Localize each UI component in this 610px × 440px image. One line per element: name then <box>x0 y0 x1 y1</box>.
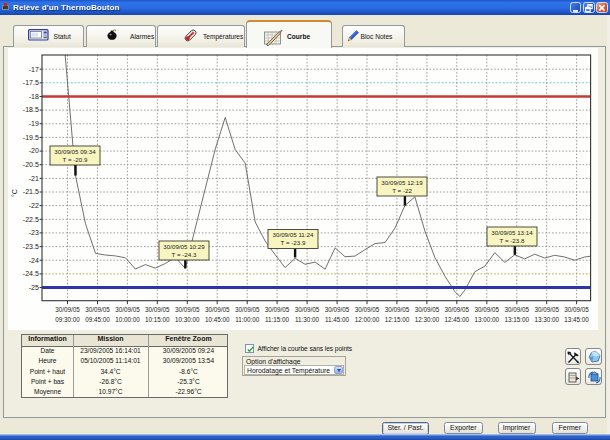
svg-text:10:00:00: 10:00:00 <box>115 316 140 323</box>
svg-text:T = -23.8: T = -23.8 <box>500 237 525 244</box>
svg-text:13:45:00: 13:45:00 <box>564 316 589 323</box>
svg-text:30/09/05: 30/09/05 <box>505 306 530 313</box>
svg-text:30/09/05: 30/09/05 <box>534 306 559 313</box>
svg-text:30/09/05 12:19: 30/09/05 12:19 <box>381 179 423 186</box>
svg-text:T = -24.3: T = -24.3 <box>172 251 197 258</box>
svg-text:30/09/05: 30/09/05 <box>175 306 200 313</box>
svg-text:30/09/05: 30/09/05 <box>295 306 320 313</box>
svg-text:30/09/05: 30/09/05 <box>205 306 230 313</box>
svg-text:-23: -23 <box>29 229 39 236</box>
svg-text:30/09/05: 30/09/05 <box>415 306 440 313</box>
svg-text:30/09/05 09:34: 30/09/05 09:34 <box>54 148 96 155</box>
svg-text:11:15:00: 11:15:00 <box>265 316 290 323</box>
svg-text:-23.5: -23.5 <box>23 243 39 250</box>
svg-text:-19: -19 <box>29 120 39 127</box>
svg-text:30/09/05: 30/09/05 <box>265 306 290 313</box>
svg-text:-17: -17 <box>29 66 39 73</box>
svg-text:T = -20.9: T = -20.9 <box>63 156 88 163</box>
svg-text:T = -23.9: T = -23.9 <box>281 239 306 246</box>
svg-text:-17.5: -17.5 <box>23 79 39 86</box>
svg-text:12:45:00: 12:45:00 <box>445 316 470 323</box>
svg-text:12:00:00: 12:00:00 <box>355 316 380 323</box>
svg-text:-21.5: -21.5 <box>23 188 39 195</box>
svg-text:12:15:00: 12:15:00 <box>385 316 410 323</box>
svg-text:13:15:00: 13:15:00 <box>505 316 530 323</box>
svg-text:30/09/05 13:14: 30/09/05 13:14 <box>491 229 533 236</box>
svg-text:-24.5: -24.5 <box>23 270 39 277</box>
svg-text:-22: -22 <box>29 202 39 209</box>
svg-text:-19.5: -19.5 <box>23 134 39 141</box>
svg-text:-24: -24 <box>29 257 39 264</box>
svg-text:10:45:00: 10:45:00 <box>205 316 230 323</box>
svg-text:°C: °C <box>11 189 18 197</box>
svg-text:30/09/05 11:24: 30/09/05 11:24 <box>273 231 314 238</box>
svg-text:-18.5: -18.5 <box>23 106 39 113</box>
svg-text:-22.5: -22.5 <box>23 216 39 223</box>
svg-text:T = -22: T = -22 <box>392 187 412 194</box>
svg-text:30/09/05: 30/09/05 <box>145 306 170 313</box>
svg-text:30/09/05: 30/09/05 <box>355 306 380 313</box>
svg-text:30/09/05: 30/09/05 <box>385 306 410 313</box>
svg-text:30/09/05: 30/09/05 <box>445 306 470 313</box>
svg-text:11:00:00: 11:00:00 <box>235 316 260 323</box>
svg-text:-20.5: -20.5 <box>23 161 39 168</box>
svg-text:10:30:00: 10:30:00 <box>175 316 200 323</box>
svg-text:30/09/05 10:29: 30/09/05 10:29 <box>163 243 205 250</box>
svg-text:09:30:00: 09:30:00 <box>55 316 80 323</box>
svg-text:-20: -20 <box>29 147 39 154</box>
svg-text:13:00:00: 13:00:00 <box>475 316 500 323</box>
svg-text:30/09/05: 30/09/05 <box>564 306 589 313</box>
svg-text:30/09/05: 30/09/05 <box>235 306 260 313</box>
svg-text:-21: -21 <box>29 175 39 182</box>
svg-text:30/09/05: 30/09/05 <box>325 306 350 313</box>
svg-text:-18: -18 <box>29 93 39 100</box>
svg-text:30/09/05: 30/09/05 <box>85 306 110 313</box>
svg-text:11:30:00: 11:30:00 <box>295 316 320 323</box>
svg-text:13:30:00: 13:30:00 <box>534 316 559 323</box>
svg-text:30/09/05: 30/09/05 <box>475 306 500 313</box>
svg-text:12:30:00: 12:30:00 <box>415 316 440 323</box>
svg-text:09:45:00: 09:45:00 <box>85 316 110 323</box>
svg-text:30/09/05: 30/09/05 <box>115 306 140 313</box>
svg-text:11:45:00: 11:45:00 <box>325 316 350 323</box>
svg-text:-25: -25 <box>29 284 39 291</box>
svg-text:30/09/05: 30/09/05 <box>55 306 80 313</box>
svg-text:10:15:00: 10:15:00 <box>145 316 170 323</box>
